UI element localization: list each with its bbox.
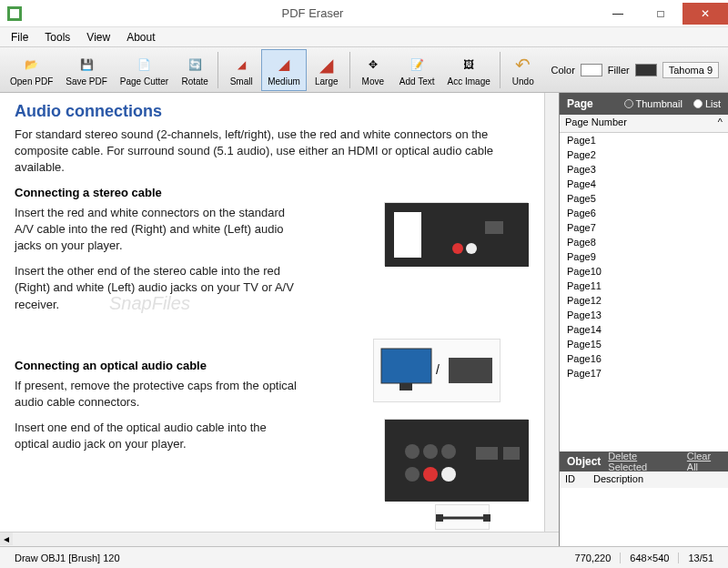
toolbar: 📂 Open PDF 💾 Save PDF 📄 Page Cutter 🔄 Ro…: [0, 47, 728, 93]
minimize-button[interactable]: —: [597, 3, 639, 25]
page-list-item[interactable]: Page15: [560, 337, 728, 351]
view-thumbnail-radio[interactable]: Thumbnail: [624, 98, 682, 109]
status-dimensions: 648×540: [621, 553, 679, 563]
eraser-large-button[interactable]: ◢ Large: [307, 49, 347, 91]
rotate-label: Rotate: [181, 76, 207, 86]
rotate-icon: 🔄: [184, 54, 206, 76]
open-pdf-button[interactable]: 📂 Open PDF: [4, 49, 59, 91]
color-swatch[interactable]: [581, 64, 602, 76]
move-icon: ✥: [362, 54, 384, 76]
status-coords: 770,220: [566, 553, 622, 563]
page-list-item[interactable]: Page3: [560, 162, 728, 177]
eraser-medium-label: Medium: [268, 76, 300, 86]
separator: [217, 52, 218, 88]
save-pdf-label: Save PDF: [66, 76, 107, 86]
eraser-large-label: Large: [315, 76, 339, 86]
scroll-left-icon[interactable]: ◂: [0, 532, 13, 545]
add-image-icon: 🖼: [458, 54, 480, 76]
illustration-device-back-2: [384, 419, 528, 501]
statusbar: Draw OBJ1 [Brush] 120 770,220 648×540 13…: [0, 546, 728, 568]
titlebar: PDF Eraser — □ ✕: [0, 0, 728, 27]
side-panel: Page Thumbnail List Page Number ^ Page1P…: [559, 93, 728, 546]
object-list[interactable]: [560, 488, 728, 546]
maximize-button[interactable]: □: [640, 3, 682, 25]
page-list-item[interactable]: Page5: [560, 191, 728, 206]
close-button[interactable]: ✕: [682, 3, 728, 25]
page-column-header: Page Number: [565, 117, 627, 130]
doc-para: Insert one end of the optical audio cabl…: [15, 420, 298, 452]
page-list[interactable]: Page1Page2Page3Page4Page5Page6Page7Page8…: [560, 133, 728, 451]
page-list-item[interactable]: Page13: [560, 308, 728, 322]
font-picker[interactable]: Tahoma 9: [662, 62, 719, 78]
page-list-header: Page Number ^: [560, 115, 728, 133]
object-list-header: ID Description: [560, 472, 728, 488]
vertical-scrollbar[interactable]: [544, 93, 559, 532]
page-list-item[interactable]: Page16: [560, 351, 728, 366]
page-list-item[interactable]: Page7: [560, 220, 728, 235]
page-cutter-icon: 📄: [134, 54, 156, 76]
svg-rect-12: [385, 420, 529, 502]
document-area: Audio connections For standard stereo so…: [0, 93, 559, 546]
clear-all-link[interactable]: Clear All: [687, 451, 721, 472]
page-list-item[interactable]: Page1: [560, 133, 728, 147]
doc-para: For standard stereo sound (2-channels, l…: [15, 127, 530, 177]
eraser-small-label: Small: [230, 76, 253, 86]
page-list-item[interactable]: Page12: [560, 293, 728, 308]
horizontal-scrollbar[interactable]: ◂: [0, 532, 559, 546]
window-title: PDF Eraser: [29, 6, 596, 20]
main-area: Audio connections For standard stereo so…: [0, 93, 728, 546]
undo-button[interactable]: ↶ Undo: [503, 49, 543, 91]
add-text-button[interactable]: 📝 Add Text: [393, 49, 441, 91]
page-list-item[interactable]: Page14: [560, 322, 728, 337]
svg-rect-1: [10, 9, 19, 18]
page-list-item[interactable]: Page10: [560, 264, 728, 279]
move-button[interactable]: ✥ Move: [353, 49, 393, 91]
save-icon: 💾: [76, 54, 97, 76]
eraser-small-icon: ◢: [230, 54, 252, 76]
page-list-item[interactable]: Page4: [560, 177, 728, 191]
menu-about[interactable]: About: [119, 29, 162, 46]
add-text-icon: 📝: [406, 54, 428, 76]
color-label: Color: [551, 65, 575, 76]
open-pdf-label: Open PDF: [10, 76, 53, 86]
save-pdf-button[interactable]: 💾 Save PDF: [59, 49, 114, 91]
page-list-item[interactable]: Page11: [560, 279, 728, 293]
svg-rect-20: [503, 447, 520, 460]
svg-rect-19: [476, 447, 498, 460]
view-list-radio[interactable]: List: [693, 98, 721, 109]
rotate-button[interactable]: 🔄 Rotate: [175, 49, 215, 91]
add-image-label: Acc Image: [448, 76, 490, 86]
menu-tools[interactable]: Tools: [37, 29, 77, 46]
document-content[interactable]: Audio connections For standard stereo so…: [0, 93, 544, 532]
svg-point-6: [466, 243, 477, 254]
eraser-large-icon: ◢: [316, 54, 338, 76]
sort-icon[interactable]: ^: [718, 117, 723, 130]
menu-view[interactable]: View: [79, 29, 117, 46]
object-panel-title: Object: [567, 455, 601, 468]
svg-rect-8: [399, 383, 412, 390]
add-image-button[interactable]: 🖼 Acc Image: [441, 49, 497, 91]
filler-swatch[interactable]: [635, 64, 657, 76]
page-list-item[interactable]: Page2: [560, 147, 728, 162]
page-cutter-button[interactable]: 📄 Page Cutter: [114, 49, 175, 91]
svg-text:/: /: [436, 362, 440, 377]
page-list-item[interactable]: Page6: [560, 206, 728, 220]
menu-file[interactable]: File: [4, 29, 35, 46]
doc-heading: Audio connections: [15, 102, 530, 121]
svg-point-13: [405, 444, 420, 459]
page-list-item[interactable]: Page17: [560, 366, 728, 380]
illustration-device-back: [384, 202, 528, 266]
illustration-cable: [435, 504, 490, 530]
page-list-item[interactable]: Page8: [560, 235, 728, 249]
status-draw-info: Draw OBJ1 [Brush] 120: [5, 553, 129, 563]
folder-open-icon: 📂: [21, 54, 43, 76]
separator: [500, 52, 500, 88]
page-cutter-label: Page Cutter: [120, 76, 168, 86]
eraser-medium-button[interactable]: ◢ Medium: [261, 49, 307, 91]
eraser-small-button[interactable]: ◢ Small: [221, 49, 261, 91]
svg-point-16: [405, 467, 420, 482]
page-list-item[interactable]: Page9: [560, 249, 728, 264]
separator: [349, 52, 350, 88]
svg-point-17: [423, 467, 438, 482]
delete-selected-link[interactable]: Delete Selected: [608, 451, 672, 472]
